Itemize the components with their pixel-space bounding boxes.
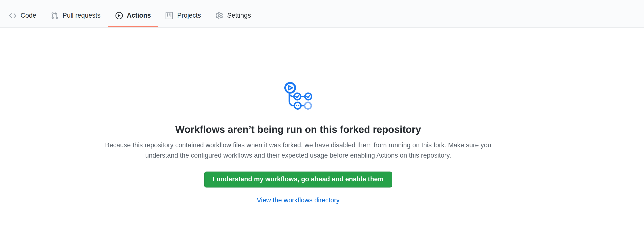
- tab-label: Code: [20, 12, 36, 19]
- repo-tab-bar: Code Pull requests Actions Projects Sett: [0, 0, 644, 28]
- tab-label: Pull requests: [62, 12, 101, 19]
- tab-settings[interactable]: Settings: [208, 6, 258, 27]
- blankslate-description: Because this repository contained workfl…: [102, 140, 494, 160]
- tab-label: Settings: [227, 12, 251, 19]
- workflows-directory-row: View the workflows directory: [0, 197, 596, 204]
- tab-label: Projects: [177, 12, 201, 19]
- git-pull-request-icon: [51, 12, 58, 19]
- tab-label: Actions: [127, 12, 151, 19]
- repo-actions-page: Code Pull requests Actions Projects Sett: [0, 0, 644, 231]
- tab-actions[interactable]: Actions: [108, 6, 158, 27]
- actions-disabled-blankslate: Workflows aren’t being run on this forke…: [0, 28, 596, 204]
- gear-icon: [216, 12, 223, 19]
- view-workflows-directory-link[interactable]: View the workflows directory: [257, 197, 340, 204]
- enable-button-row: I understand my workflows, go ahead and …: [0, 171, 596, 188]
- tab-code[interactable]: Code: [2, 6, 44, 27]
- enable-workflows-button[interactable]: I understand my workflows, go ahead and …: [204, 171, 392, 188]
- tab-projects[interactable]: Projects: [158, 6, 208, 27]
- play-circle-icon: [115, 12, 123, 19]
- code-icon: [9, 12, 16, 19]
- project-board-icon: [166, 12, 173, 19]
- workflow-graph-icon: [284, 82, 312, 110]
- tab-pull-requests[interactable]: Pull requests: [44, 6, 108, 27]
- blankslate-heading: Workflows aren’t being run on this forke…: [0, 123, 596, 136]
